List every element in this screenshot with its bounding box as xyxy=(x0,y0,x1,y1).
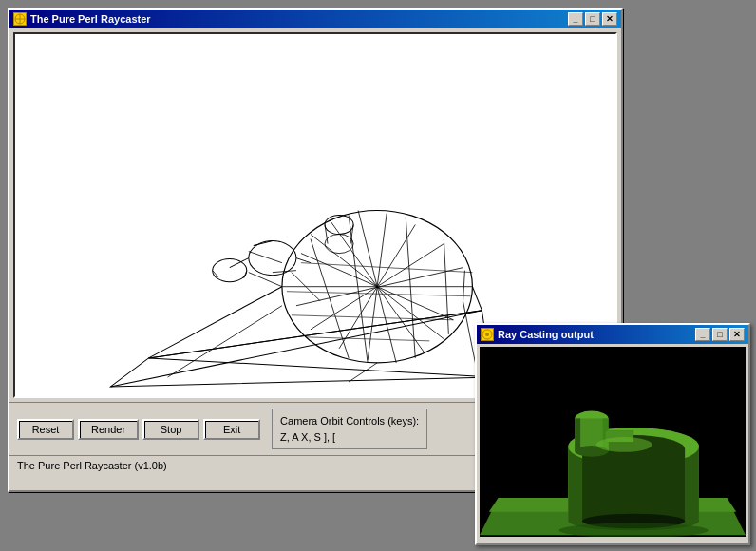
svg-line-26 xyxy=(296,258,311,263)
camera-controls-keys: Z, A X, S ], [ xyxy=(280,429,419,446)
exit-button[interactable]: Exit xyxy=(203,419,260,440)
title-bar-buttons: _ □ ✕ xyxy=(568,12,617,26)
main-window-title: The Pure Perl Raycaster xyxy=(30,13,151,25)
svg-line-43 xyxy=(249,252,282,263)
svg-marker-54 xyxy=(568,446,582,522)
svg-line-18 xyxy=(311,239,349,358)
svg-line-35 xyxy=(472,287,482,311)
title-bar-left: The Pure Perl Raycaster xyxy=(13,12,151,26)
svg-point-68 xyxy=(596,437,652,452)
rendered-image xyxy=(480,347,746,537)
output-title-bar: Ray Casting output _ □ ✕ xyxy=(477,325,748,344)
svg-point-27 xyxy=(213,259,247,282)
svg-marker-55 xyxy=(685,446,699,522)
camera-controls-label: Camera Orbit Controls (keys): xyxy=(280,413,419,429)
minimize-button[interactable]: _ xyxy=(568,12,583,26)
output-minimize-button[interactable]: _ xyxy=(695,328,710,341)
output-title-buttons: _ □ ✕ xyxy=(695,328,745,341)
output-viewport xyxy=(480,347,746,537)
main-title-bar: The Pure Perl Raycaster _ □ ✕ xyxy=(9,10,621,28)
output-window-icon xyxy=(481,328,494,341)
render-button[interactable]: Render xyxy=(78,419,139,440)
svg-rect-59 xyxy=(582,449,685,522)
svg-line-4 xyxy=(149,311,482,358)
svg-line-25 xyxy=(254,241,273,246)
camera-controls-box: Camera Orbit Controls (keys): Z, A X, S … xyxy=(272,408,427,449)
stop-button[interactable]: Stop xyxy=(142,419,199,440)
svg-line-6 xyxy=(149,358,492,377)
maximize-button[interactable]: □ xyxy=(585,12,600,26)
output-close-button[interactable]: ✕ xyxy=(729,328,745,341)
output-window: Ray Casting output _ □ ✕ xyxy=(475,323,750,545)
svg-line-20 xyxy=(406,218,415,358)
output-window-title: Ray Casting output xyxy=(498,329,594,340)
reset-button[interactable]: Reset xyxy=(17,419,74,440)
svg-line-42 xyxy=(306,337,429,341)
svg-line-36 xyxy=(349,363,377,382)
output-maximize-button[interactable]: □ xyxy=(712,328,728,341)
main-window-icon xyxy=(13,12,27,26)
close-button[interactable]: ✕ xyxy=(602,12,617,26)
svg-point-47 xyxy=(485,332,489,336)
svg-point-30 xyxy=(325,216,353,235)
output-title-left: Ray Casting output xyxy=(481,328,594,341)
svg-point-33 xyxy=(325,235,353,254)
svg-marker-63 xyxy=(575,418,580,450)
status-text: The Pure Perl Raycaster (v1.0b) xyxy=(17,460,167,471)
